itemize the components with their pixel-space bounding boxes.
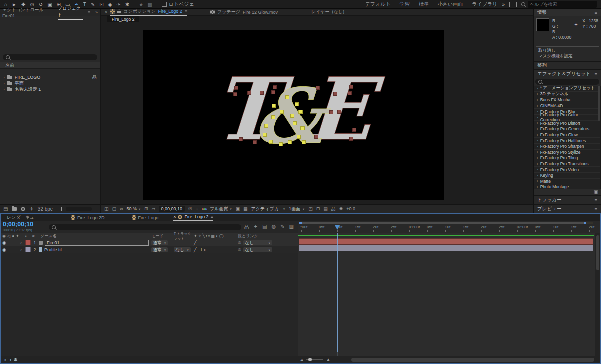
resolution-dropdown[interactable]: フル画質 ∨ <box>210 206 232 212</box>
expand-icon[interactable]: › <box>3 87 5 92</box>
close-icon[interactable]: × <box>173 214 176 219</box>
viewer-subtab[interactable]: Fire_Logo 2 <box>107 16 139 22</box>
motion-blur-toggle-icon[interactable]: ◑ <box>8 357 11 362</box>
mask-point[interactable] <box>349 137 353 141</box>
expand-icon[interactable]: › <box>537 179 538 183</box>
effects-category-14[interactable]: ›FxFactory Pro Video <box>534 167 600 173</box>
project-search[interactable] <box>3 54 97 60</box>
mask-point-selected[interactable] <box>269 140 273 144</box>
layer-visibility-toggle[interactable]: ◉ <box>1 240 9 245</box>
eraser-tool-icon[interactable]: ◆ <box>108 0 112 9</box>
tab-comp-fire-logo[interactable]: Fire_Logo <box>132 215 159 220</box>
graph-editor-icon[interactable]: ▨ <box>289 224 294 231</box>
expand-icon[interactable]: › <box>537 109 538 114</box>
trkmat-dropdown[interactable]: なし∨ <box>174 247 191 252</box>
layer-switches[interactable]: ╱ fx <box>194 247 238 252</box>
layer-label-color[interactable] <box>25 240 31 245</box>
work-area-start-handle[interactable] <box>299 222 302 224</box>
work-area-bar[interactable] <box>299 222 586 224</box>
layer-name[interactable]: Fire01 <box>45 240 149 246</box>
project-search-input[interactable] <box>12 54 94 60</box>
new-folder-icon[interactable] <box>12 207 17 211</box>
expand-icon[interactable]: › <box>537 173 538 178</box>
project-item-2[interactable]: ›名称未設定 1 <box>0 86 100 92</box>
exposure-value[interactable]: +0.0 <box>346 206 355 211</box>
panel-menu-icon[interactable]: ≡ <box>594 10 597 15</box>
trash-icon[interactable] <box>57 207 62 211</box>
brush-tool-icon[interactable]: ✎ <box>91 0 95 9</box>
mask-point[interactable] <box>233 92 237 96</box>
mask-point-selected[interactable] <box>272 104 276 108</box>
puppet-pin-tool-icon[interactable]: ✱ <box>125 0 129 9</box>
expand-icon[interactable]: › <box>3 75 5 80</box>
panel-menu-icon[interactable]: ≡ <box>594 71 597 77</box>
layer-visibility-toggle[interactable]: ◉ <box>1 247 9 252</box>
mask-point[interactable] <box>247 91 251 95</box>
frame-blending-icon[interactable]: ◍ <box>271 224 276 231</box>
show-channels-icon[interactable] <box>202 206 206 211</box>
ruler-grid-icon[interactable]: ⊞ <box>144 206 148 211</box>
expand-icon[interactable]: › <box>3 81 5 86</box>
type-tool-icon[interactable]: T <box>83 0 86 9</box>
layer-duration-bar-2[interactable] <box>299 245 593 251</box>
project-flowchart-icon[interactable]: ✈ <box>29 206 33 212</box>
draft-3d-icon[interactable]: ✦ <box>254 224 258 231</box>
tracker-panel-header[interactable]: トラッカー ≡ <box>534 196 601 204</box>
timeline-search[interactable] <box>49 224 241 230</box>
layer-row-2[interactable]: ◉ › 2 Profile.tif 通常∨ なし∨ ╱ fx ◎ なし∨ <box>1 246 298 253</box>
workspace-tab-3[interactable]: 小さい画面 <box>438 1 463 8</box>
motion-blur-icon[interactable]: ✎ <box>280 224 284 231</box>
layer-name[interactable]: Profile.tif <box>44 247 62 252</box>
mask-point[interactable] <box>316 86 320 90</box>
marquee-icon[interactable]: ▩ <box>147 0 152 9</box>
expand-icon[interactable]: › <box>537 185 538 189</box>
mask-visibility-icon[interactable]: ▱ <box>152 206 155 211</box>
trkmat-column[interactable]: T トラックマット <box>174 231 194 241</box>
work-area-end-handle[interactable] <box>584 222 586 224</box>
pickwhip-icon[interactable]: ◎ <box>238 247 241 252</box>
layer-switches[interactable]: ╱ <box>194 240 238 245</box>
expand-icon[interactable]: › <box>537 162 538 166</box>
pickwhip-icon[interactable]: ◎ <box>238 240 241 245</box>
effects-category-17[interactable]: ›Photo Montage <box>534 184 600 189</box>
mask-point-selected[interactable] <box>285 95 289 99</box>
mask-point-selected[interactable] <box>271 115 275 119</box>
mask-point-selected[interactable] <box>298 110 303 114</box>
roto-brush-tool-icon[interactable]: ✑ <box>116 0 120 9</box>
hide-shy-layers-icon[interactable]: ▤ <box>262 224 267 231</box>
comp-mini-flowchart-icon[interactable]: 品 <box>244 224 249 231</box>
expand-icon[interactable]: › <box>537 121 538 125</box>
clone-stamp-tool-icon[interactable]: ⊡ <box>99 0 103 9</box>
timeline-horizontal-scrollbar[interactable] <box>351 358 594 362</box>
expand-icon[interactable]: › <box>537 86 538 91</box>
effects-category-2[interactable]: ›Boris FX Mocha <box>534 97 600 103</box>
expand-icon[interactable]: › <box>537 150 538 154</box>
viewer-timecode[interactable]: 0;00;00;10 <box>159 206 185 212</box>
effects-category-13[interactable]: ›FxFactory Pro Transitions <box>534 161 600 167</box>
tab-comp-fire-logo-2d[interactable]: Fire_Logo 2D <box>71 215 105 220</box>
workspace-tab-2[interactable]: 標準 <box>419 1 429 8</box>
fast-previews-icon[interactable]: ⊡ <box>316 206 320 211</box>
panel-menu-icon[interactable]: ≡ <box>594 206 597 212</box>
mask-point[interactable] <box>314 135 318 139</box>
composition-canvas[interactable]: T & E <box>143 30 444 200</box>
more-workspaces-icon[interactable]: » <box>502 0 505 9</box>
tab-project[interactable]: プロジェクト <box>58 5 83 20</box>
mask-point-selected[interactable] <box>297 135 301 139</box>
effects-category-5[interactable]: ›FxFactory Pro Color Correction <box>534 115 600 121</box>
snapshot-camera-icon[interactable]: ✇ <box>188 206 192 211</box>
pixel-aspect-icon[interactable]: ◳ <box>308 206 313 211</box>
tab-effect-controls[interactable]: ェクトコントロール Fire01 <box>2 7 53 18</box>
effects-category-9[interactable]: ›FxFactory Pro Halftones <box>534 138 600 144</box>
effects-search-input[interactable] <box>544 79 596 85</box>
viewer-glasses-icon[interactable]: ∞ <box>120 206 123 211</box>
effects-scrollbar[interactable] <box>598 86 600 121</box>
effects-category-11[interactable]: ›FxFactory Pro Stylize <box>534 150 600 156</box>
close-tab-icon[interactable]: × <box>105 10 107 15</box>
expand-icon[interactable]: › <box>537 144 538 149</box>
workspace-tab-0[interactable]: デフォルト <box>365 1 391 8</box>
mask-point[interactable] <box>333 92 337 96</box>
star-icon[interactable]: ★ <box>139 0 143 9</box>
view-layout-dropdown[interactable]: 1画面 ∨ <box>289 206 305 212</box>
region-of-interest-icon[interactable]: ▣ <box>236 206 240 211</box>
